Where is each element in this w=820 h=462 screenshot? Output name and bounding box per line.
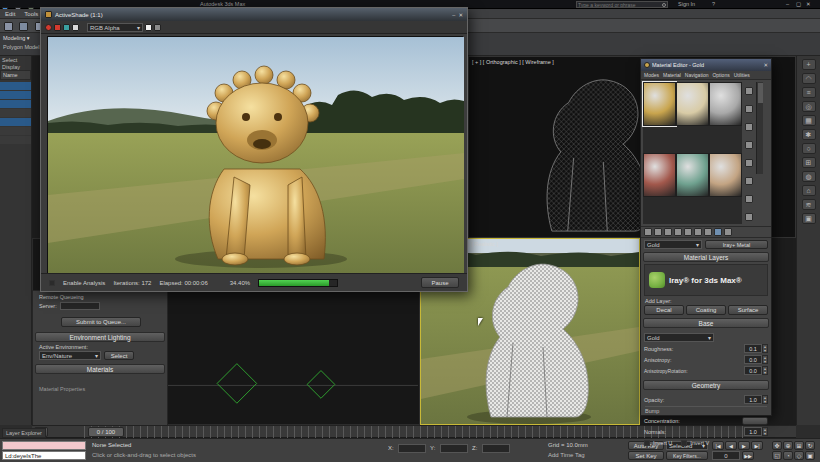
command-motion-icon[interactable]: ◎ [802,101,816,112]
normals-value[interactable]: 1.0 [744,427,762,436]
window-minimize-button[interactable]: – [786,1,789,7]
walk-through-icon[interactable]: ◇ [794,451,804,460]
y-coord-field[interactable] [440,444,468,453]
show-map-icon[interactable] [714,228,722,236]
time-slider-handle[interactable]: 0 / 100 [88,427,124,437]
backlight-icon[interactable] [745,105,753,113]
anisotropy-value[interactable]: 0.0 [744,355,762,364]
submit-to-queue-button[interactable]: Submit to Queue... [61,317,141,327]
material-sample-2[interactable] [709,82,742,126]
opacity-value[interactable]: 1.0 [744,395,762,404]
command-modify-icon[interactable]: ◠ [802,73,816,84]
panel-icon[interactable]: ⊞ [802,157,816,168]
scene-item-row[interactable] [0,127,31,135]
reset-map-icon[interactable] [674,228,682,236]
help-icon[interactable]: ? [712,1,715,7]
command-utilities-icon[interactable]: ✱ [802,129,816,140]
anisotropy-rotation-value[interactable]: 0.0 [744,366,762,375]
panel-icon[interactable]: ◍ [802,171,816,182]
geometry-rollout[interactable]: Geometry [643,380,769,390]
clone-window-icon[interactable] [63,24,70,31]
material-sample-0[interactable] [643,82,676,126]
current-frame-field[interactable]: 0 [712,451,740,460]
material-sample-5[interactable] [709,153,742,197]
scene-item-row[interactable] [0,82,31,90]
activeshade-close-button[interactable]: ✕ [458,12,463,18]
color-swatch-icon[interactable] [145,24,152,31]
scene-explorer-col-select[interactable]: Select [0,56,31,64]
menu-edit[interactable]: Edit [5,11,15,17]
search-icon[interactable] [662,3,666,7]
layer-explorer-tab[interactable]: Layer Explorer [2,428,46,438]
time-tag-button[interactable]: Add Time Tag [548,452,585,458]
concentration-map-button[interactable] [742,417,768,425]
scene-item-row[interactable] [0,100,31,108]
save-image-icon[interactable] [54,24,61,31]
macro-recorder-field[interactable] [2,441,86,450]
scene-explorer-name-header[interactable]: Name [0,70,31,80]
window-maximize-button[interactable]: ▢ [796,1,801,7]
material-editor-close-button[interactable]: ✕ [763,62,768,68]
scene-item-row[interactable] [0,118,31,126]
invert-v-checkbox[interactable] [681,440,687,446]
spinner-icon[interactable]: ▴▾ [762,427,768,436]
video-color-check-icon[interactable] [745,159,753,167]
command-display-icon[interactable]: ▦ [802,115,816,126]
menu-material[interactable]: Material [663,72,681,78]
add-surface-button[interactable]: Surface [728,305,768,315]
window-close-button[interactable]: ✕ [806,1,811,7]
base-preset-dropdown[interactable]: Gold▾ [644,333,714,342]
add-coating-button[interactable]: Coating [686,305,726,315]
ribbon-tab-modeling[interactable]: Modeling ▾ [3,35,30,41]
spinner-icon[interactable]: ▴▾ [762,395,768,404]
menu-navigation[interactable]: Navigation [685,72,709,78]
key-filters-button[interactable]: Key Filters... [666,451,708,460]
put-material-icon[interactable] [654,228,662,236]
environment-lighting-rollout[interactable]: Environment Lighting [35,332,165,342]
activeshade-titlebar[interactable]: ActiveShade (1:1) – ✕ [41,8,467,21]
panel-icon[interactable]: ⌂ [802,185,816,196]
spinner-icon[interactable]: ▴▾ [762,355,768,364]
material-editor-titlebar[interactable]: Material Editor - Gold ✕ [641,59,771,71]
unlink-icon[interactable] [19,22,28,31]
viewport-label[interactable]: [ + ] [ Orthographic ] [ Wireframe ] [472,59,554,65]
options-icon[interactable] [745,195,753,203]
maxscript-listener-field[interactable]: Ld:deyeIsThe [2,451,86,460]
panel-icon[interactable]: ○ [802,143,816,154]
activeshade-minimize-button[interactable]: – [452,12,455,18]
sample-tiling-icon[interactable] [745,141,753,149]
command-hierarchy-icon[interactable]: ≡ [802,87,816,98]
materials-rollout[interactable]: Materials [35,364,165,374]
lock-icon[interactable] [154,24,161,31]
add-decal-button[interactable]: Decal [644,305,684,315]
sample-type-icon[interactable] [745,87,753,95]
x-coord-field[interactable] [398,444,426,453]
sign-in-button[interactable]: Sign In [678,1,695,7]
channel-dropdown[interactable]: RGB Alpha▾ [87,23,143,32]
maximize-viewport-icon[interactable]: ▣ [805,451,815,460]
field-of-view-icon[interactable]: ◔ [783,451,793,460]
material-type-button[interactable]: Iray+ Metal [705,240,768,249]
active-environment-dropdown[interactable]: Env/Nature▾ [39,351,101,360]
roughness-value[interactable]: 0.1 [744,344,762,353]
record-icon[interactable] [45,24,52,31]
material-sample-1[interactable] [676,82,709,126]
get-material-icon[interactable] [644,228,652,236]
menu-utilities[interactable]: Utilities [734,72,750,78]
select-link-icon[interactable] [4,22,13,31]
panel-icon[interactable]: ≋ [802,199,816,210]
orbit-view-icon[interactable]: ↻ [805,441,815,450]
invert-u-checkbox[interactable] [644,440,650,446]
env-select-button[interactable]: Select [104,351,134,360]
command-create-icon[interactable]: + [802,59,816,70]
menu-options[interactable]: Options [712,72,729,78]
search-input[interactable] [578,2,660,7]
material-layers-rollout[interactable]: Material Layers [643,252,769,262]
copy-image-icon[interactable] [72,24,79,31]
select-by-material-icon[interactable] [745,213,753,221]
enable-analysis-checkbox[interactable] [49,280,55,286]
scene-item-row[interactable] [0,136,31,144]
background-icon[interactable] [745,123,753,131]
z-coord-field[interactable] [482,444,510,453]
material-id-icon[interactable] [704,228,712,236]
